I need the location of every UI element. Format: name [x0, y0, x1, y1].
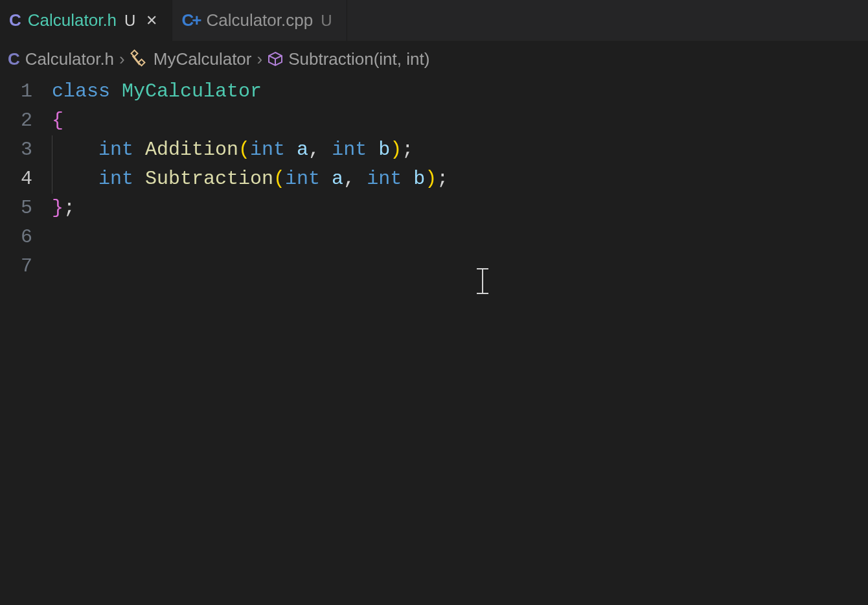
line-number: 3	[0, 135, 32, 165]
tab-label: Calculator.cpp	[206, 10, 313, 30]
line-number: 4	[0, 165, 32, 194]
code-line[interactable]: int Addition(int a, int b);	[52, 135, 448, 165]
tab-calculator-cpp[interactable]: C+ Calculator.cpp U	[172, 0, 347, 41]
breadcrumb-class[interactable]: MyCalculator	[128, 48, 255, 71]
line-number: 5	[0, 194, 32, 223]
code-line[interactable]: int Subtraction(int a, int b);	[52, 165, 448, 194]
line-number: 2	[0, 106, 32, 135]
method-cube-icon	[268, 51, 283, 67]
line-number: 6	[0, 223, 32, 252]
code-line[interactable]: class MyCalculator	[52, 77, 448, 106]
tab-calculator-h[interactable]: C Calculator.h U ✕	[0, 0, 172, 41]
tab-label: Calculator.h	[28, 10, 117, 30]
tab-bar: C Calculator.h U ✕ C+ Calculator.cpp U	[0, 0, 868, 41]
line-number: 1	[0, 77, 32, 106]
line-number-gutter: 1234567	[0, 77, 52, 281]
git-modified-badge: U	[124, 12, 135, 30]
chevron-right-icon: ›	[119, 49, 125, 69]
code-editor[interactable]: 1234567 class MyCalculator{ int Addition…	[0, 77, 868, 281]
git-modified-badge: U	[321, 12, 332, 30]
file-c-icon: C	[8, 49, 20, 69]
breadcrumb-symbol-label: Subtraction(int, int)	[288, 49, 429, 69]
code-line[interactable]: };	[52, 194, 448, 223]
text-cursor	[477, 268, 488, 294]
code-line[interactable]	[52, 252, 448, 281]
code-line[interactable]: {	[52, 106, 448, 135]
file-cpp-icon: C+	[181, 10, 200, 30]
breadcrumb-file-label: Calculator.h	[25, 49, 114, 69]
breadcrumb-symbol[interactable]: Subtraction(int, int)	[265, 48, 432, 71]
file-c-icon: C	[9, 10, 21, 30]
class-icon	[130, 51, 148, 67]
line-number: 7	[0, 252, 32, 281]
close-icon[interactable]: ✕	[146, 12, 157, 29]
code-line[interactable]	[52, 223, 448, 252]
breadcrumb-class-label: MyCalculator	[154, 49, 252, 69]
breadcrumb: C Calculator.h › MyCalculator › Subtract…	[0, 41, 868, 77]
code-content[interactable]: class MyCalculator{ int Addition(int a, …	[52, 77, 448, 281]
chevron-right-icon: ›	[257, 49, 262, 69]
breadcrumb-file[interactable]: C Calculator.h	[5, 48, 117, 71]
